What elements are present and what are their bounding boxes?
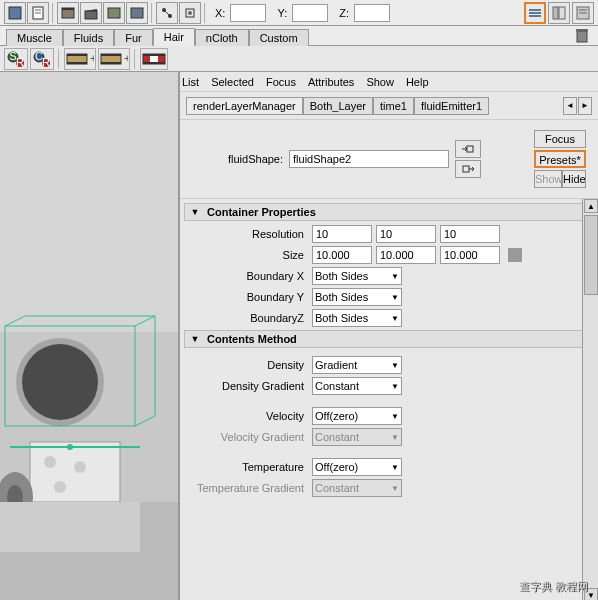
tab-prev-icon[interactable]: ◄ bbox=[563, 97, 577, 115]
svg-rect-8 bbox=[108, 8, 120, 18]
z-label: Z: bbox=[339, 7, 349, 19]
tab-renderlayer[interactable]: renderLayerManager bbox=[186, 97, 303, 115]
output-node-icon[interactable] bbox=[455, 160, 481, 178]
chevron-down-icon: ▼ bbox=[391, 484, 399, 493]
hide-button[interactable]: Hide bbox=[562, 170, 586, 188]
boundary-y-select[interactable]: Both Sides▼ bbox=[312, 288, 402, 306]
menu-show[interactable]: Show bbox=[366, 76, 394, 88]
channel-box-icon[interactable] bbox=[548, 2, 570, 24]
shelf-film-add2[interactable]: + bbox=[98, 48, 130, 70]
svg-rect-24 bbox=[576, 29, 588, 31]
temperature-select[interactable]: Off(zero)▼ bbox=[312, 458, 402, 476]
viewport[interactable] bbox=[0, 72, 180, 600]
svg-rect-55 bbox=[30, 442, 120, 502]
resolution-y[interactable] bbox=[376, 225, 436, 243]
svg-rect-9 bbox=[131, 8, 143, 18]
render-icon-2[interactable] bbox=[126, 2, 148, 24]
shelf-film-add[interactable]: + bbox=[64, 48, 96, 70]
container-properties-title: Container Properties bbox=[207, 206, 316, 218]
svg-text:+: + bbox=[90, 52, 94, 64]
chevron-down-icon: ▼ bbox=[391, 272, 399, 281]
tab-fluidemitter[interactable]: fluidEmitter1 bbox=[414, 97, 489, 115]
svg-rect-35 bbox=[67, 62, 87, 64]
svg-rect-67 bbox=[463, 166, 469, 172]
svg-rect-64 bbox=[0, 502, 140, 552]
menu-focus[interactable]: Focus bbox=[266, 76, 296, 88]
tab-muscle[interactable]: Muscle bbox=[6, 29, 63, 46]
shelf-row: SR CR + + bbox=[0, 46, 598, 72]
tab-next-icon[interactable]: ► bbox=[578, 97, 592, 115]
attr-editor-icon[interactable] bbox=[524, 2, 546, 24]
tab-fur[interactable]: Fur bbox=[114, 29, 153, 46]
scroll-thumb[interactable] bbox=[584, 215, 598, 295]
shelf-btn-1[interactable]: SR bbox=[4, 48, 28, 70]
svg-rect-16 bbox=[529, 12, 541, 14]
tab-fluids[interactable]: Fluids bbox=[63, 29, 114, 46]
module-tabs: Muscle Fluids Fur Hair nCloth Custom bbox=[0, 26, 598, 46]
chevron-down-icon: ▼ bbox=[391, 293, 399, 302]
svg-point-62 bbox=[67, 444, 73, 450]
density-select[interactable]: Gradient▼ bbox=[312, 356, 402, 374]
tab-ncloth[interactable]: nCloth bbox=[195, 29, 249, 46]
link-icon[interactable] bbox=[508, 248, 522, 262]
trash-icon[interactable] bbox=[574, 27, 590, 43]
shelf-film-red[interactable] bbox=[140, 48, 168, 70]
show-button[interactable]: Show bbox=[534, 170, 562, 188]
x-input[interactable] bbox=[230, 4, 266, 22]
connect-icon[interactable] bbox=[156, 2, 178, 24]
svg-rect-6 bbox=[85, 11, 97, 19]
y-label: Y: bbox=[277, 7, 287, 19]
shelf-btn-2[interactable]: CR bbox=[30, 48, 54, 70]
object-tabs: renderLayerManager Both_Layer time1 flui… bbox=[180, 92, 598, 120]
shape-label: fluidShape: bbox=[228, 153, 283, 165]
svg-rect-5 bbox=[62, 8, 74, 10]
focus-node-icon[interactable] bbox=[455, 140, 481, 158]
attr-scroll-area: ▼ Container Properties Resolution Size B… bbox=[180, 199, 598, 600]
svg-line-12 bbox=[164, 10, 170, 16]
presets-button[interactable]: Presets* bbox=[534, 150, 586, 168]
render-icon-1[interactable] bbox=[103, 2, 125, 24]
menu-attributes[interactable]: Attributes bbox=[308, 76, 354, 88]
size-z[interactable] bbox=[440, 246, 500, 264]
menu-selected[interactable]: Selected bbox=[211, 76, 254, 88]
temperature-gradient-select: Constant▼ bbox=[312, 479, 402, 497]
resolution-x[interactable] bbox=[312, 225, 372, 243]
resolution-z[interactable] bbox=[440, 225, 500, 243]
y-input[interactable] bbox=[292, 4, 328, 22]
velocity-select[interactable]: Off(zero)▼ bbox=[312, 407, 402, 425]
top-toolbar: X: Y: Z: bbox=[0, 0, 598, 26]
film-icon-1[interactable] bbox=[57, 2, 79, 24]
node-icon[interactable] bbox=[179, 2, 201, 24]
tab-custom[interactable]: Custom bbox=[249, 29, 309, 46]
focus-button[interactable]: Focus bbox=[534, 130, 586, 148]
scroll-up-icon[interactable]: ▲ bbox=[584, 199, 598, 213]
tool-icon-1[interactable] bbox=[4, 2, 26, 24]
contents-method-header[interactable]: ▼ Contents Method bbox=[184, 330, 594, 348]
clapper-icon[interactable] bbox=[80, 2, 102, 24]
chevron-down-icon: ▼ bbox=[391, 314, 399, 323]
density-gradient-select[interactable]: Constant▼ bbox=[312, 377, 402, 395]
tab-time1[interactable]: time1 bbox=[373, 97, 414, 115]
tool-settings-icon[interactable] bbox=[572, 2, 594, 24]
tool-icon-2[interactable] bbox=[27, 2, 49, 24]
density-label: Density bbox=[184, 359, 312, 371]
shape-name-input[interactable] bbox=[289, 150, 449, 168]
scrollbar[interactable]: ▲ ▼ bbox=[582, 199, 598, 600]
boundary-x-select[interactable]: Both Sides▼ bbox=[312, 267, 402, 285]
container-properties-header[interactable]: ▼ Container Properties bbox=[184, 203, 594, 221]
menu-list[interactable]: List bbox=[182, 76, 199, 88]
boundary-z-select[interactable]: Both Sides▼ bbox=[312, 309, 402, 327]
tab-bothlayer[interactable]: Both_Layer bbox=[303, 97, 373, 115]
size-x[interactable] bbox=[312, 246, 372, 264]
size-y[interactable] bbox=[376, 246, 436, 264]
velocity-gradient-label: Velocity Gradient bbox=[184, 431, 312, 443]
tab-hair[interactable]: Hair bbox=[153, 28, 195, 46]
x-label: X: bbox=[215, 7, 225, 19]
boundary-x-label: Boundary X bbox=[184, 270, 312, 282]
velocity-gradient-select: Constant▼ bbox=[312, 428, 402, 446]
z-input[interactable] bbox=[354, 4, 390, 22]
svg-rect-43 bbox=[143, 62, 165, 64]
svg-text:R: R bbox=[42, 56, 50, 67]
attribute-editor: List Selected Focus Attributes Show Help… bbox=[180, 72, 598, 600]
menu-help[interactable]: Help bbox=[406, 76, 429, 88]
